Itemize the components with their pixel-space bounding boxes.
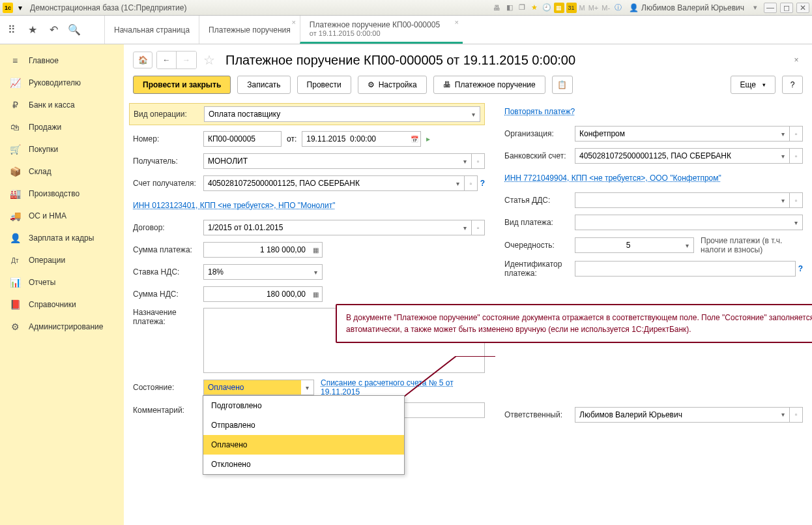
org-input[interactable] bbox=[575, 126, 777, 142]
sidebar-item-operations[interactable]: ДтОперации bbox=[0, 249, 124, 271]
vat-sum-input[interactable] bbox=[203, 286, 310, 302]
compare-icon[interactable]: ◧ bbox=[504, 3, 515, 13]
sidebar-item-hr[interactable]: 👤Зарплата и кадры bbox=[0, 227, 124, 249]
sidebar-item-warehouse[interactable]: 📦Склад bbox=[0, 160, 124, 183]
post-and-close-button[interactable]: Провести и закрыть bbox=[133, 76, 231, 94]
calculator-icon[interactable]: ▦ bbox=[554, 3, 564, 13]
history-toolbar-icon[interactable]: ↶ bbox=[47, 23, 60, 37]
pay-sum-input[interactable] bbox=[203, 242, 310, 258]
close-icon[interactable]: × bbox=[454, 18, 458, 26]
dropdown-icon[interactable]: ▾ bbox=[750, 3, 761, 13]
user-menu[interactable]: 👤 Любимов Валерий Юрьевич bbox=[629, 3, 744, 12]
minimize-button[interactable]: — bbox=[764, 3, 777, 13]
open-button[interactable]: ▫ bbox=[790, 407, 803, 423]
dropdown-button[interactable]: ▾ bbox=[467, 106, 480, 122]
sidebar-item-assets[interactable]: 🚚ОС и НМА bbox=[0, 205, 124, 227]
status-option-sent[interactable]: Отправлено bbox=[203, 415, 404, 435]
attachments-button[interactable]: 📋 bbox=[552, 76, 573, 94]
dds-input[interactable] bbox=[575, 192, 777, 208]
apps-grid-icon[interactable]: ⠿ bbox=[5, 23, 18, 37]
status-option-rejected[interactable]: Отклонено bbox=[203, 455, 404, 474]
number-input[interactable] bbox=[203, 131, 282, 147]
forward-button[interactable]: → bbox=[177, 52, 196, 68]
dropdown-button[interactable]: ▾ bbox=[459, 220, 472, 235]
open-button[interactable]: ▫ bbox=[472, 220, 485, 235]
print-payment-button[interactable]: 🖶Платежное поручение bbox=[433, 76, 545, 94]
back-button[interactable]: ← bbox=[157, 52, 177, 68]
star-icon[interactable]: ★ bbox=[26, 23, 39, 37]
close-button[interactable]: ✕ bbox=[796, 3, 809, 13]
priority-input[interactable] bbox=[575, 237, 681, 253]
date-input[interactable] bbox=[302, 131, 408, 147]
close-doc-button[interactable]: × bbox=[790, 53, 803, 67]
dropdown-button[interactable]: ▾ bbox=[452, 175, 465, 191]
calendar-icon[interactable]: 31 bbox=[566, 3, 577, 13]
dropdown-button[interactable]: ▾ bbox=[777, 126, 790, 142]
save-button[interactable]: Записать bbox=[237, 76, 290, 94]
tab-payment-order-doc[interactable]: Платежное поручение КП00-000005 от 19.11… bbox=[300, 16, 463, 44]
dropdown-button[interactable]: ▾ bbox=[777, 148, 790, 164]
op-type-input[interactable] bbox=[204, 106, 467, 122]
dropdown-button[interactable]: ▾ bbox=[301, 380, 314, 395]
recipient-inn-link[interactable]: ИНН 0123123401, КПП <не требуется>, НПО … bbox=[133, 201, 335, 210]
search-icon[interactable]: 🔍 bbox=[68, 23, 81, 37]
dropdown-button[interactable]: ▾ bbox=[681, 237, 694, 253]
number-label: Номер: bbox=[133, 134, 203, 143]
calendar-button[interactable]: 📅 bbox=[408, 131, 421, 147]
sidebar-item-purchases[interactable]: 🛒Покупки bbox=[0, 138, 124, 160]
open-button[interactable]: ▫ bbox=[465, 175, 478, 191]
callout-arrow-icon bbox=[391, 356, 521, 408]
info-icon[interactable]: ⓘ bbox=[613, 3, 623, 13]
sidebar-item-manager[interactable]: 📈Руководителю bbox=[0, 72, 124, 94]
bank-account-input[interactable] bbox=[575, 148, 777, 164]
open-button[interactable]: ▫ bbox=[790, 126, 803, 142]
status-option-prepared[interactable]: Подготовлено bbox=[203, 396, 404, 415]
calc-button[interactable]: ▦ bbox=[310, 242, 323, 258]
close-icon[interactable]: × bbox=[291, 18, 295, 26]
sidebar-item-bank[interactable]: ₽Банк и касса bbox=[0, 94, 124, 116]
copy-icon[interactable]: ❐ bbox=[517, 3, 527, 13]
maximize-button[interactable]: ◻ bbox=[780, 3, 793, 13]
app-menu-dropdown[interactable]: ▾ bbox=[14, 2, 26, 14]
help-icon[interactable]: ? bbox=[480, 179, 485, 188]
sidebar-item-reports[interactable]: 📊Отчеты bbox=[0, 271, 124, 293]
tab-start-page[interactable]: Начальная страница bbox=[104, 16, 199, 44]
org-inn-link[interactable]: ИНН 7721049904, КПП <не требуется>, ООО … bbox=[504, 173, 721, 183]
sidebar-item-sales[interactable]: 🛍Продажи bbox=[0, 116, 124, 138]
dropdown-button[interactable]: ▾ bbox=[790, 215, 803, 230]
status-option-paid[interactable]: Оплачено bbox=[203, 435, 404, 455]
open-button[interactable]: ▫ bbox=[790, 192, 803, 208]
print-icon[interactable]: 🖶 bbox=[492, 3, 502, 13]
vat-rate-input[interactable] bbox=[203, 264, 310, 280]
history-icon[interactable]: 🕘 bbox=[542, 3, 552, 13]
favorite-star-icon[interactable]: ☆ bbox=[201, 52, 218, 68]
sidebar-item-admin[interactable]: ⚙Администрирование bbox=[0, 316, 124, 338]
sidebar-item-main[interactable]: ≡Главное bbox=[0, 50, 124, 72]
dropdown-button[interactable]: ▾ bbox=[777, 192, 790, 208]
tab-payment-orders[interactable]: Платежные поручения × bbox=[199, 16, 300, 44]
open-button[interactable]: ▫ bbox=[472, 153, 485, 169]
open-button[interactable]: ▫ bbox=[790, 148, 803, 164]
dropdown-button[interactable]: ▾ bbox=[459, 153, 472, 169]
status-input[interactable] bbox=[203, 380, 301, 395]
sidebar-item-catalogs[interactable]: 📕Справочники bbox=[0, 293, 124, 316]
help-button[interactable]: ? bbox=[782, 76, 803, 94]
calc-button[interactable]: ▦ bbox=[310, 286, 323, 302]
home-button[interactable]: 🏠 bbox=[133, 52, 152, 68]
pay-id-input[interactable] bbox=[575, 261, 796, 277]
more-button[interactable]: Еще▾ bbox=[731, 76, 776, 94]
sidebar-item-production[interactable]: 🏭Производство bbox=[0, 183, 124, 205]
pay-type-input[interactable] bbox=[575, 215, 790, 230]
recipient-input[interactable] bbox=[203, 153, 459, 169]
help-icon[interactable]: ? bbox=[798, 264, 803, 273]
settings-button[interactable]: ⚙Настройка bbox=[358, 76, 427, 94]
dropdown-button[interactable]: ▾ bbox=[777, 407, 790, 423]
dropdown-button[interactable]: ▾ bbox=[310, 264, 323, 280]
recip-account-input[interactable] bbox=[203, 175, 452, 191]
responsible-input[interactable] bbox=[575, 407, 777, 423]
post-button[interactable]: Провести bbox=[297, 76, 351, 94]
book-icon: 📕 bbox=[9, 299, 21, 310]
repeat-payment-link[interactable]: Повторять платеж? bbox=[504, 107, 575, 116]
contract-input[interactable] bbox=[203, 220, 459, 235]
favorites-icon[interactable]: ★ bbox=[529, 3, 540, 13]
